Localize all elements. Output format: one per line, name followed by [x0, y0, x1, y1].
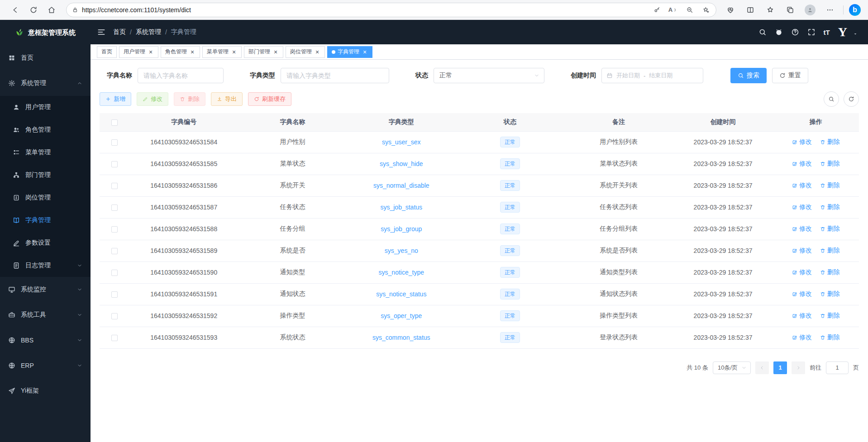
- zoom-out-icon[interactable]: [683, 4, 696, 16]
- dict-type-input[interactable]: [281, 68, 389, 83]
- row-edit-button[interactable]: 修改: [792, 312, 812, 320]
- next-page-button[interactable]: [792, 361, 805, 374]
- url-text[interactable]: https://ccnetcore.com:1101/system/dict: [82, 6, 647, 14]
- app-logo[interactable]: 意框架管理系统: [0, 20, 91, 45]
- refresh-table-button[interactable]: [844, 91, 859, 107]
- add-button[interactable]: 新增: [100, 92, 131, 106]
- browser-essentials-icon[interactable]: [723, 3, 738, 17]
- tab-dict-mgmt[interactable]: 字典管理 ×: [327, 46, 372, 58]
- row-delete-button[interactable]: 删除: [820, 312, 840, 320]
- close-icon[interactable]: ×: [148, 49, 154, 55]
- row-checkbox[interactable]: [111, 270, 118, 276]
- row-checkbox[interactable]: [111, 204, 118, 211]
- delete-button[interactable]: 删除: [174, 92, 205, 106]
- browser-refresh-button[interactable]: [25, 2, 42, 18]
- address-bar[interactable]: https://ccnetcore.com:1101/system/dict A: [66, 3, 716, 17]
- row-checkbox[interactable]: [111, 161, 118, 167]
- sidebar-item-role-mgmt[interactable]: 角色管理: [0, 119, 91, 141]
- tab-role-mgmt[interactable]: 角色管理 ×: [161, 46, 200, 58]
- export-button[interactable]: 导出: [211, 92, 243, 106]
- current-page-button[interactable]: 1: [773, 361, 787, 374]
- split-screen-icon[interactable]: [743, 3, 758, 17]
- browser-home-button[interactable]: [43, 2, 60, 18]
- sidebar-item-user-mgmt[interactable]: 用户管理: [0, 96, 91, 119]
- select-all-checkbox[interactable]: [111, 119, 118, 126]
- read-aloud-icon[interactable]: A: [667, 4, 680, 16]
- edit-button[interactable]: 修改: [137, 92, 168, 106]
- tab-dept-mgmt[interactable]: 部门管理 ×: [244, 46, 283, 58]
- dict-type-link[interactable]: sys_show_hide: [380, 160, 423, 167]
- goto-page-input[interactable]: [826, 361, 849, 374]
- row-delete-button[interactable]: 删除: [820, 290, 840, 298]
- row-checkbox[interactable]: [111, 183, 118, 189]
- status-select[interactable]: 正常: [434, 68, 544, 83]
- row-edit-button[interactable]: 修改: [792, 138, 812, 146]
- refresh-cache-button[interactable]: 刷新缓存: [248, 92, 291, 106]
- sidebar-item-post-mgmt[interactable]: 岗位管理: [0, 186, 91, 209]
- dict-type-link[interactable]: sys_oper_type: [381, 312, 422, 319]
- dict-type-link[interactable]: sys_normal_disable: [373, 182, 429, 189]
- date-range-picker[interactable]: 开始日期 - 结束日期: [601, 68, 703, 83]
- row-edit-button[interactable]: 修改: [792, 181, 812, 190]
- row-delete-button[interactable]: 删除: [820, 203, 840, 211]
- breadcrumb-system[interactable]: 系统管理: [136, 28, 161, 36]
- row-delete-button[interactable]: 删除: [820, 138, 840, 146]
- tab-menu-mgmt[interactable]: 菜单管理 ×: [202, 46, 242, 58]
- row-edit-button[interactable]: 修改: [792, 247, 812, 255]
- sidebar-item-dept-mgmt[interactable]: 部门管理: [0, 164, 91, 186]
- row-delete-button[interactable]: 删除: [820, 225, 840, 233]
- password-key-icon[interactable]: [651, 4, 663, 16]
- close-icon[interactable]: ×: [189, 49, 196, 55]
- tab-user-mgmt[interactable]: 用户管理 ×: [119, 46, 158, 58]
- favorites-icon[interactable]: [763, 3, 778, 17]
- close-icon[interactable]: ×: [231, 49, 237, 55]
- date-start-placeholder[interactable]: 开始日期: [616, 71, 640, 80]
- user-avatar-logo[interactable]: Y: [838, 26, 847, 38]
- row-edit-button[interactable]: 修改: [792, 268, 812, 276]
- row-delete-button[interactable]: 删除: [820, 181, 840, 190]
- sidebar-item-home[interactable]: 首页: [0, 45, 91, 71]
- bing-icon[interactable]: b: [849, 4, 861, 16]
- font-size-icon[interactable]: tT: [824, 29, 830, 36]
- fullscreen-icon[interactable]: [807, 28, 816, 36]
- dict-type-link[interactable]: sys_job_status: [380, 204, 422, 211]
- add-favorite-star-icon[interactable]: [700, 4, 712, 16]
- sidebar-item-monitor[interactable]: 系统监控: [0, 277, 91, 302]
- dict-type-link[interactable]: sys_yes_no: [385, 247, 418, 254]
- close-icon[interactable]: ×: [272, 49, 279, 55]
- dict-type-link[interactable]: sys_user_sex: [382, 138, 421, 146]
- sidebar-item-menu-mgmt[interactable]: 菜单管理: [0, 141, 91, 164]
- date-end-placeholder[interactable]: 结束日期: [649, 71, 672, 80]
- close-icon[interactable]: ×: [314, 49, 320, 55]
- row-delete-button[interactable]: 删除: [820, 268, 840, 276]
- row-checkbox[interactable]: [111, 313, 118, 319]
- sidebar-item-tools[interactable]: 系统工具: [0, 302, 91, 328]
- collections-icon[interactable]: [782, 3, 798, 17]
- hamburger-icon[interactable]: [97, 28, 106, 37]
- row-checkbox[interactable]: [111, 248, 118, 254]
- sidebar-item-bbs[interactable]: BBS: [0, 328, 91, 353]
- sidebar-item-yi-framework[interactable]: Yi框架: [0, 378, 91, 404]
- sidebar-item-erp[interactable]: ERP: [0, 353, 91, 378]
- settings-ellipsis-icon[interactable]: [822, 3, 838, 17]
- row-checkbox[interactable]: [111, 335, 118, 341]
- reset-button[interactable]: 重置: [772, 68, 808, 83]
- profile-avatar-icon[interactable]: [802, 3, 818, 17]
- tab-home[interactable]: 首页: [97, 46, 117, 58]
- sidebar-item-log-mgmt[interactable]: 日志管理: [0, 254, 91, 277]
- row-delete-button[interactable]: 删除: [820, 160, 840, 168]
- row-delete-button[interactable]: 删除: [820, 247, 840, 255]
- row-checkbox[interactable]: [111, 291, 118, 298]
- search-icon[interactable]: [758, 28, 767, 36]
- row-edit-button[interactable]: 修改: [792, 225, 812, 233]
- dict-type-link[interactable]: sys_notice_status: [376, 290, 426, 298]
- page-size-select[interactable]: 10条/页: [713, 361, 751, 374]
- row-edit-button[interactable]: 修改: [792, 290, 812, 298]
- prev-page-button[interactable]: [755, 361, 769, 374]
- help-icon[interactable]: [791, 28, 799, 36]
- row-edit-button[interactable]: 修改: [792, 160, 812, 168]
- sidebar-item-system[interactable]: 系统管理: [0, 71, 91, 96]
- row-edit-button[interactable]: 修改: [792, 203, 812, 211]
- sidebar-item-param-settings[interactable]: 参数设置: [0, 232, 91, 254]
- tab-post-mgmt[interactable]: 岗位管理 ×: [286, 46, 325, 58]
